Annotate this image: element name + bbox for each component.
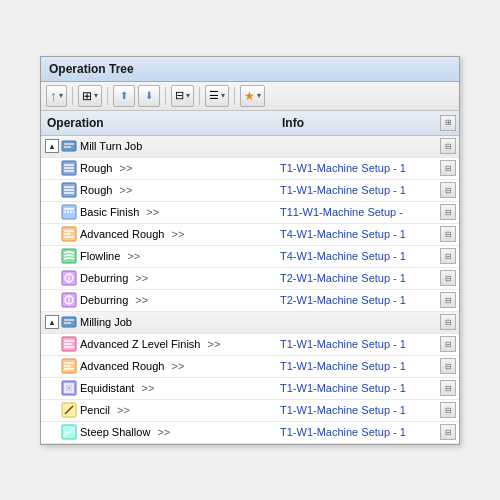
op-name-deburring-1: Deburring — [80, 272, 128, 284]
rough-icon-2 — [61, 182, 77, 198]
grid-dropdown[interactable]: ⊞ ▾ — [78, 85, 102, 107]
row-settings-icon[interactable]: ⊟ — [440, 138, 456, 154]
column-header-icon[interactable]: ⊞ — [437, 114, 459, 132]
row-side-5: ⊟ — [437, 248, 459, 264]
group-row-mill-turn-job[interactable]: ▲ Mill Turn Job ⊟ — [41, 136, 459, 158]
table-row[interactable]: Advanced Rough >> T4-W1-Machine Setup - … — [41, 224, 459, 246]
row-side-1: ⊟ — [437, 160, 459, 176]
row-info-steep-shallow: T1-W1-Machine Setup - 1 — [276, 426, 437, 438]
favorite-dropdown[interactable]: ★ ▾ — [240, 85, 265, 107]
indent: ▲ Mill Turn Job — [45, 138, 142, 154]
row-icon-7[interactable]: ⊟ — [440, 292, 456, 308]
move-up-dropdown[interactable]: ↑ ▾ — [46, 85, 67, 107]
row-icon-11[interactable]: ⊟ — [440, 402, 456, 418]
row-icon-6[interactable]: ⊟ — [440, 270, 456, 286]
list-dropdown[interactable]: ☰ ▾ — [205, 85, 229, 107]
tree-body: ▲ Mill Turn Job ⊟ — [41, 136, 459, 444]
adv-rough-icon-1 — [61, 226, 77, 242]
arrow-down-icon: ⬇ — [145, 90, 153, 101]
dropdown-arrow-icon-5: ▾ — [257, 91, 261, 100]
arrow-up-button[interactable]: ⬆ — [113, 85, 135, 107]
group-row-milling-job[interactable]: ▲ Milling Job ⊟ — [41, 312, 459, 334]
group-side-2: ⊟ — [437, 314, 459, 330]
op-arrow-6: >> — [132, 272, 148, 284]
group-row-main: ▲ Mill Turn Job — [41, 137, 276, 155]
row-settings-icon-2[interactable]: ⊟ — [440, 314, 456, 330]
op-arrow-10: >> — [138, 382, 154, 394]
indent: Advanced Z Level Finish >> — [61, 336, 220, 352]
row-info-zlevel: T1-W1-Machine Setup - 1 — [276, 338, 437, 350]
table-row[interactable]: Advanced Z Level Finish >> T1-W1-Machine… — [41, 334, 459, 356]
op-name-rough-2: Rough — [80, 184, 112, 196]
table-row[interactable]: Basic Finish >> T11-W1-Machine Setup - ⊟ — [41, 202, 459, 224]
dropdown-arrow-icon-3: ▾ — [186, 91, 190, 100]
svg-rect-1 — [64, 143, 74, 145]
table-row[interactable]: Rough >> T1-W1-Machine Setup - 1 ⊟ — [41, 180, 459, 202]
row-icon-10[interactable]: ⊟ — [440, 380, 456, 396]
expand-button-2[interactable]: ▲ — [45, 315, 59, 329]
toolbar: ↑ ▾ ⊞ ▾ ⬆ ⬇ ⊟ ▾ ☰ ▾ ★ ▾ — [41, 82, 459, 111]
header-settings-icon[interactable]: ⊞ — [440, 115, 456, 131]
row-main: Pencil >> — [41, 401, 276, 419]
indent: Deburring >> — [61, 270, 148, 286]
table-row[interactable]: Pencil >> T1-W1-Machine Setup - 1 ⊟ — [41, 400, 459, 422]
row-icon-12[interactable]: ⊟ — [440, 424, 456, 440]
table-row[interactable]: Advanced Rough >> T1-W1-Machine Setup - … — [41, 356, 459, 378]
table-icon: ⊟ — [175, 89, 184, 102]
table-row[interactable]: Flowline >> T4-W1-Machine Setup - 1 ⊟ — [41, 246, 459, 268]
op-name-deburring-2: Deburring — [80, 294, 128, 306]
adv-rough-icon-2 — [61, 358, 77, 374]
op-arrow-2: >> — [116, 184, 132, 196]
row-icon-3[interactable]: ⊟ — [440, 204, 456, 220]
row-main: Deburring >> — [41, 269, 276, 287]
svg-rect-26 — [64, 319, 74, 321]
row-main: Deburring >> — [41, 291, 276, 309]
row-side-11: ⊟ — [437, 402, 459, 418]
row-main: Advanced Rough >> — [41, 357, 276, 375]
table-row[interactable]: Equidistant >> T1-W1-Machine Setup - 1 ⊟ — [41, 378, 459, 400]
dropdown-arrow-icon-4: ▾ — [221, 91, 225, 100]
flowline-icon — [61, 248, 77, 264]
row-icon-1[interactable]: ⊟ — [440, 160, 456, 176]
table-row[interactable]: Deburring >> T2-W1-Machine Setup - 1 ⊟ — [41, 268, 459, 290]
row-info-pencil: T1-W1-Machine Setup - 1 — [276, 404, 437, 416]
op-name-adv-rough-2: Advanced Rough — [80, 360, 164, 372]
row-main: Steep Shallow >> — [41, 423, 276, 441]
svg-rect-36 — [62, 381, 76, 395]
row-icon-4[interactable]: ⊟ — [440, 226, 456, 242]
operation-tree-panel: Operation Tree ↑ ▾ ⊞ ▾ ⬆ ⬇ ⊟ ▾ ☰ ▾ — [40, 56, 460, 445]
op-name-zlevel: Advanced Z Level Finish — [80, 338, 200, 350]
row-icon-2[interactable]: ⊟ — [440, 182, 456, 198]
expand-button[interactable]: ▲ — [45, 139, 59, 153]
op-name-flowline: Flowline — [80, 250, 120, 262]
equidistant-icon — [61, 380, 77, 396]
row-icon-5[interactable]: ⊟ — [440, 248, 456, 264]
row-icon-8[interactable]: ⊟ — [440, 336, 456, 352]
table-row[interactable]: Steep Shallow >> T1-W1-Machine Setup - 1… — [41, 422, 459, 444]
row-main: Advanced Rough >> — [41, 225, 276, 243]
row-main: Basic Finish >> — [41, 203, 276, 221]
table-row[interactable]: Rough >> T1-W1-Machine Setup - 1 ⊟ — [41, 158, 459, 180]
grid-icon: ⊞ — [82, 89, 92, 103]
indent: Flowline >> — [61, 248, 140, 264]
toolbar-separator-3 — [165, 87, 166, 105]
indent: Advanced Rough >> — [61, 226, 184, 242]
table-row[interactable]: Deburring >> T2-W1-Machine Setup - 1 ⊟ — [41, 290, 459, 312]
row-info-basic-finish: T11-W1-Machine Setup - — [276, 206, 437, 218]
op-name-adv-rough-1: Advanced Rough — [80, 228, 164, 240]
group-name: Mill Turn Job — [80, 140, 142, 152]
table-dropdown[interactable]: ⊟ ▾ — [171, 85, 194, 107]
row-side-9: ⊟ — [437, 358, 459, 374]
op-name-equidistant: Equidistant — [80, 382, 134, 394]
indent: Steep Shallow >> — [61, 424, 170, 440]
arrow-down-button[interactable]: ⬇ — [138, 85, 160, 107]
row-side-8: ⊟ — [437, 336, 459, 352]
arrow-up-icon: ⬆ — [120, 90, 128, 101]
row-side-3: ⊟ — [437, 204, 459, 220]
svg-rect-2 — [64, 146, 71, 148]
group-name-2: Milling Job — [80, 316, 132, 328]
indent: Rough >> — [61, 160, 132, 176]
row-icon-9[interactable]: ⊟ — [440, 358, 456, 374]
op-name-rough-1: Rough — [80, 162, 112, 174]
indent: Basic Finish >> — [61, 204, 159, 220]
